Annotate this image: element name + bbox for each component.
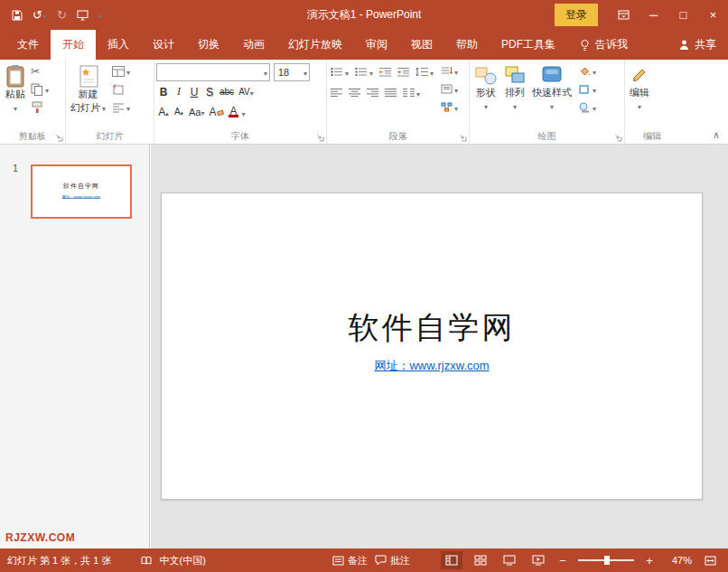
underline-button[interactable]: U <box>187 84 201 100</box>
tab-review[interactable]: 审阅 <box>354 30 399 60</box>
slide-indicator[interactable]: 幻灯片 第 1 张，共 1 张 <box>7 554 112 567</box>
slide-thumbnail[interactable]: 软件自学网 网址：www.rjzxw.com <box>31 164 132 219</box>
tab-insert[interactable]: 插入 <box>96 30 141 60</box>
font-dialog-launcher[interactable] <box>316 134 324 142</box>
slide-editing-area[interactable]: 软件自学网 网址：www.rjzxw.com <box>151 145 728 549</box>
font-name-combo[interactable] <box>156 63 270 81</box>
decrease-indent-button[interactable] <box>378 63 393 80</box>
font-size-combo[interactable]: 18 <box>274 63 310 81</box>
bold-button[interactable]: B <box>156 84 171 100</box>
tab-label: PDF工具集 <box>501 37 555 52</box>
drawing-dialog-launcher[interactable] <box>614 134 622 142</box>
zoom-in-button[interactable]: + <box>643 554 656 567</box>
slide-canvas[interactable]: 软件自学网 网址：www.rjzxw.com <box>161 192 703 500</box>
tab-pdf-tools[interactable]: PDF工具集 <box>490 30 567 60</box>
tab-home[interactable]: 开始 <box>51 30 96 60</box>
spellcheck-button[interactable] <box>141 555 153 566</box>
reset-slide-button[interactable] <box>110 80 132 98</box>
dropdown-arrow-icon <box>638 100 641 113</box>
slide-layout-button[interactable] <box>110 62 132 80</box>
change-case-button[interactable]: Aa <box>187 104 206 120</box>
text-direction-button[interactable] <box>439 62 460 80</box>
zoom-slider[interactable] <box>578 559 634 561</box>
ribbon-display-options-button[interactable] <box>609 0 639 30</box>
shrink-font-button[interactable]: A <box>172 104 186 120</box>
justify-button[interactable] <box>383 84 398 101</box>
zoom-slider-handle[interactable] <box>604 556 610 565</box>
tab-help[interactable]: 帮助 <box>444 30 490 60</box>
bullets-button[interactable] <box>329 63 350 80</box>
shape-outline-button[interactable] <box>576 80 598 98</box>
align-text-button[interactable] <box>439 80 460 98</box>
slide-sorter-view-button[interactable] <box>470 551 491 569</box>
save-button[interactable] <box>9 9 25 22</box>
normal-view-button[interactable] <box>441 551 462 569</box>
shape-effects-button[interactable] <box>576 98 598 116</box>
align-left-button[interactable] <box>329 84 344 101</box>
columns-button[interactable] <box>401 84 422 101</box>
slide-subtitle-link[interactable]: 网址：www.rjzxw.com <box>162 358 702 374</box>
tell-me-box[interactable]: 告诉我 <box>567 30 639 60</box>
language-indicator[interactable]: 中文(中国) <box>160 554 206 567</box>
grow-font-button[interactable]: A <box>156 104 171 120</box>
align-right-icon <box>367 88 378 98</box>
italic-button[interactable]: I <box>172 84 186 100</box>
tab-transitions[interactable]: 切换 <box>186 30 231 60</box>
zoom-level[interactable]: 47% <box>663 555 692 566</box>
slideshow-view-icon <box>532 555 545 566</box>
maximize-button[interactable]: □ <box>668 0 698 30</box>
editing-button[interactable]: 编辑 <box>627 62 652 115</box>
numbering-button[interactable] <box>353 63 375 80</box>
paragraph-dialog-launcher[interactable] <box>459 134 467 142</box>
quick-styles-button[interactable]: 快速样式 <box>529 62 574 115</box>
notes-button[interactable]: 备注 <box>332 554 368 567</box>
strikethrough-button[interactable]: abc <box>218 84 236 100</box>
paste-button[interactable]: 粘贴 <box>2 62 29 117</box>
align-center-button[interactable] <box>347 84 362 101</box>
shape-fill-button[interactable] <box>576 62 598 80</box>
zoom-out-button[interactable]: − <box>556 554 569 567</box>
share-button[interactable]: 共享 <box>667 30 728 60</box>
font-color-button[interactable]: A <box>227 104 241 120</box>
customize-qat-button[interactable] <box>96 7 105 23</box>
collapse-ribbon-button[interactable]: ∧ <box>713 129 720 141</box>
tab-design[interactable]: 设计 <box>141 30 186 60</box>
copy-icon <box>31 83 43 96</box>
arrange-button[interactable]: 排列 <box>500 62 529 115</box>
dropdown-arrow-icon <box>593 84 596 95</box>
dropdown-arrow-icon <box>550 100 554 113</box>
shapes-button[interactable]: 形状 <box>471 62 500 115</box>
section-button[interactable] <box>110 98 132 116</box>
tab-animations[interactable]: 动画 <box>231 30 276 60</box>
fit-to-window-button[interactable] <box>699 551 721 569</box>
format-painter-button[interactable] <box>29 98 51 116</box>
login-button[interactable]: 登录 <box>555 4 598 26</box>
minimize-button[interactable]: ─ <box>639 0 668 30</box>
character-spacing-button[interactable]: AV <box>237 84 256 100</box>
tab-slideshow[interactable]: 幻灯片放映 <box>276 30 354 60</box>
reading-view-button[interactable] <box>499 551 520 569</box>
tab-view[interactable]: 视图 <box>399 30 444 60</box>
slideshow-view-button[interactable] <box>527 551 549 569</box>
clipboard-dialog-launcher[interactable] <box>55 134 63 142</box>
comments-button[interactable]: 批注 <box>375 554 410 567</box>
start-slideshow-button[interactable] <box>74 9 91 22</box>
dropdown-arrow-icon <box>264 67 267 78</box>
increase-indent-button[interactable] <box>396 63 411 80</box>
align-right-button[interactable] <box>365 84 380 101</box>
clear-formatting-button[interactable]: A <box>207 104 225 120</box>
close-button[interactable]: × <box>698 0 728 30</box>
copy-button[interactable] <box>29 80 51 98</box>
text-shadow-button[interactable]: S <box>202 84 217 100</box>
redo-button[interactable]: ↻ <box>54 7 70 23</box>
slide-layout-icon <box>112 66 125 77</box>
slide-title-textbox[interactable]: 软件自学网 <box>162 307 702 349</box>
undo-button[interactable]: ↺ <box>30 7 50 23</box>
new-slide-button[interactable]: 新建 幻灯片 <box>68 62 108 117</box>
convert-to-smartart-button[interactable] <box>439 98 460 116</box>
save-icon <box>12 10 23 21</box>
line-spacing-button[interactable] <box>414 63 435 80</box>
fit-to-window-icon <box>705 556 716 566</box>
cut-button[interactable]: ✂ <box>29 62 51 80</box>
tab-file[interactable]: 文件 <box>5 30 51 60</box>
